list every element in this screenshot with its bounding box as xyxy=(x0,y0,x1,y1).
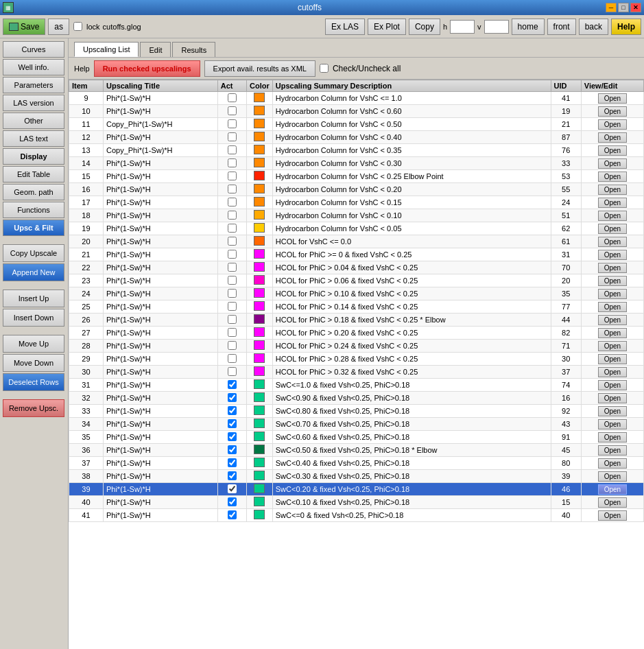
act-checkbox[interactable] xyxy=(228,172,237,180)
act-checkbox[interactable] xyxy=(228,354,237,363)
table-row[interactable]: 36 Phi*(1-Sw)*H SwC<0.50 & fixed Vsh<0.2… xyxy=(69,444,644,457)
color-swatch[interactable] xyxy=(254,210,265,220)
cell-color[interactable] xyxy=(247,444,273,457)
open-button[interactable]: Open xyxy=(598,237,627,247)
open-button[interactable]: Open xyxy=(598,406,627,416)
act-checkbox[interactable] xyxy=(228,315,237,324)
remove-upsc-button[interactable]: Remove Upsc. xyxy=(3,399,64,417)
cell-open[interactable]: Open xyxy=(581,327,643,340)
cell-act[interactable] xyxy=(217,209,246,222)
act-checkbox[interactable] xyxy=(228,289,237,298)
open-button[interactable]: Open xyxy=(598,354,627,364)
color-swatch[interactable] xyxy=(254,366,265,376)
cell-color[interactable] xyxy=(247,248,273,261)
color-swatch[interactable] xyxy=(254,184,265,193)
cell-color[interactable] xyxy=(247,261,273,274)
table-row[interactable]: 24 Phi*(1-Sw)*H HCOL for PhiC > 0.10 & f… xyxy=(69,287,644,300)
open-button[interactable]: Open xyxy=(598,419,627,429)
cell-open[interactable]: Open xyxy=(581,248,643,261)
cell-open[interactable]: Open xyxy=(581,314,643,327)
cell-act[interactable] xyxy=(217,274,246,287)
cell-color[interactable] xyxy=(247,183,273,196)
color-swatch[interactable] xyxy=(254,145,265,154)
open-button[interactable]: Open xyxy=(598,471,627,482)
cell-act[interactable] xyxy=(217,144,246,157)
deselect-rows-button[interactable]: Deselect Rows xyxy=(3,373,64,391)
cell-open[interactable]: Open xyxy=(581,340,643,353)
sidebar-item-las-version[interactable]: LAS version xyxy=(3,95,64,111)
cell-open[interactable]: Open xyxy=(581,366,643,379)
cell-act[interactable] xyxy=(217,287,246,300)
color-swatch[interactable] xyxy=(254,392,265,402)
cell-act[interactable] xyxy=(217,131,246,144)
append-new-button[interactable]: Append New xyxy=(3,263,64,281)
cell-act[interactable] xyxy=(217,470,246,483)
cell-color[interactable] xyxy=(247,196,273,209)
sidebar-item-edit-table[interactable]: Edit Table xyxy=(3,166,64,182)
cell-act[interactable] xyxy=(217,444,246,457)
cell-act[interactable] xyxy=(217,405,246,418)
cell-open[interactable]: Open xyxy=(581,170,643,183)
back-button[interactable]: back xyxy=(579,19,608,35)
cell-color[interactable] xyxy=(247,157,273,170)
cell-act[interactable] xyxy=(217,235,246,248)
color-swatch[interactable] xyxy=(254,340,265,350)
table-row[interactable]: 18 Phi*(1-Sw)*H Hydrocarbon Column for V… xyxy=(69,209,644,222)
color-swatch[interactable] xyxy=(254,288,265,298)
move-down-button[interactable]: Move Down xyxy=(3,354,64,372)
color-swatch[interactable] xyxy=(254,432,265,441)
sidebar-item-parameters[interactable]: Parameters xyxy=(3,77,64,93)
act-checkbox[interactable] xyxy=(228,145,237,154)
table-row[interactable]: 10 Phi*(1-Sw)*H Hydrocarbon Column for V… xyxy=(69,105,644,118)
cell-open[interactable]: Open xyxy=(581,392,643,405)
copy-button[interactable]: Copy xyxy=(409,19,440,35)
cell-color[interactable] xyxy=(247,105,273,118)
cell-act[interactable] xyxy=(217,261,246,274)
table-row[interactable]: 17 Phi*(1-Sw)*H Hydrocarbon Column for V… xyxy=(69,196,644,209)
act-checkbox[interactable] xyxy=(228,132,237,141)
open-button[interactable]: Open xyxy=(598,367,627,377)
cell-act[interactable] xyxy=(217,366,246,379)
cell-color[interactable] xyxy=(247,327,273,340)
open-button[interactable]: Open xyxy=(598,315,627,325)
cell-open[interactable]: Open xyxy=(581,105,643,118)
color-swatch[interactable] xyxy=(254,249,265,259)
open-button[interactable]: Open xyxy=(598,185,627,195)
cell-color[interactable] xyxy=(247,353,273,366)
cell-act[interactable] xyxy=(217,379,246,392)
open-button[interactable]: Open xyxy=(598,289,627,299)
act-checkbox[interactable] xyxy=(228,237,237,246)
table-row[interactable]: 15 Phi*(1-Sw)*H Hydrocarbon Column for V… xyxy=(69,170,644,183)
cell-color[interactable] xyxy=(247,314,273,327)
cell-color[interactable] xyxy=(247,222,273,235)
table-row[interactable]: 11 Copy_Phi*(1-Sw)*H Hydrocarbon Column … xyxy=(69,118,644,131)
color-swatch[interactable] xyxy=(254,132,265,141)
table-row[interactable]: 39 Phi*(1-Sw)*H SwC<0.20 & fixed Vsh<0.2… xyxy=(69,483,644,496)
cell-act[interactable] xyxy=(217,340,246,353)
copy-upscale-button[interactable]: Copy Upscale xyxy=(3,244,64,262)
cell-color[interactable] xyxy=(247,483,273,496)
cell-act[interactable] xyxy=(217,92,246,105)
sidebar-item-geom-path[interactable]: Geom. path xyxy=(3,184,64,200)
color-swatch[interactable] xyxy=(254,510,265,519)
color-swatch[interactable] xyxy=(254,471,265,480)
open-button[interactable]: Open xyxy=(598,276,627,286)
open-button[interactable]: Open xyxy=(598,172,627,182)
sidebar-item-curves[interactable]: Curves xyxy=(3,41,64,58)
cell-color[interactable] xyxy=(247,118,273,131)
table-row[interactable]: 37 Phi*(1-Sw)*H SwC<0.40 & fixed Vsh<0.2… xyxy=(69,457,644,470)
table-row[interactable]: 22 Phi*(1-Sw)*H HCOL for PhiC > 0.04 & f… xyxy=(69,261,644,274)
check-uncheck-all-checkbox[interactable] xyxy=(320,64,329,73)
act-checkbox[interactable] xyxy=(228,250,237,259)
act-checkbox[interactable] xyxy=(228,185,237,193)
table-row[interactable]: 40 Phi*(1-Sw)*H SwC<0.10 & fixed Vsh<0.2… xyxy=(69,496,644,509)
act-checkbox[interactable] xyxy=(228,393,237,402)
open-button[interactable]: Open xyxy=(598,198,627,208)
table-row[interactable]: 21 Phi*(1-Sw)*H HCOL for PhiC >= 0 & fix… xyxy=(69,248,644,261)
cell-color[interactable] xyxy=(247,405,273,418)
cell-color[interactable] xyxy=(247,366,273,379)
cell-open[interactable]: Open xyxy=(581,405,643,418)
cell-open[interactable]: Open xyxy=(581,470,643,483)
help-button[interactable]: Help xyxy=(611,19,641,35)
sidebar-item-well-info[interactable]: Well info. xyxy=(3,59,64,75)
